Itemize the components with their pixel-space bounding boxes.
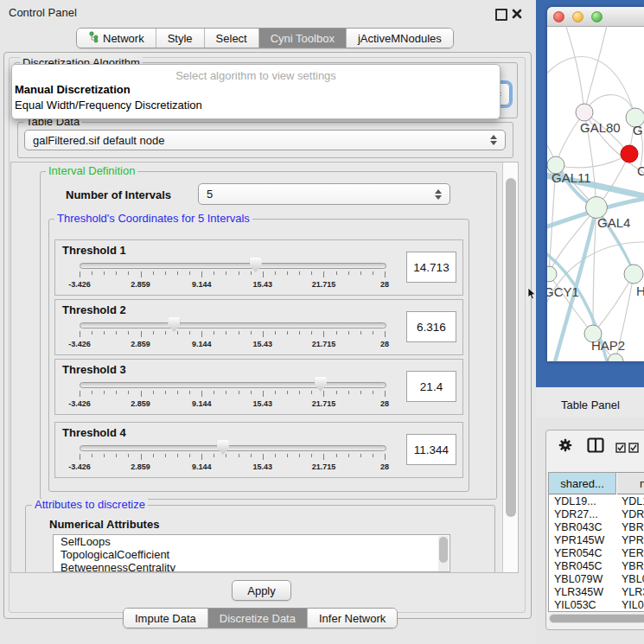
slider-track[interactable] [80,263,386,269]
bottom-tab-discretize-data[interactable]: Discretize Data [207,609,307,628]
apply-button[interactable]: Apply [232,580,291,601]
label-gal80: GAL80 [580,120,621,135]
scrollbar-thumb[interactable] [506,178,516,517]
slider-handle[interactable] [315,377,327,392]
network-window-titlebar[interactable] [547,7,644,27]
combo-stepper-icon [490,135,498,145]
network-graph[interactable]: GAL80 G GAL11 C GAL4 GCY1 H HAP2 [547,26,644,361]
table-row[interactable]: YBR043CYBR0 [549,521,644,534]
threshold-value-field[interactable]: 21.4 [406,371,456,402]
slider-tick [263,391,264,397]
tab-network[interactable]: Network [77,29,156,48]
slider-tick-label: 15.43 [253,399,273,408]
slider-tick [373,454,373,457]
label-gal4: GAL4 [597,215,630,230]
slider-tick [214,271,214,275]
table-row[interactable]: YBL079WYBL0 [549,573,644,586]
slider-tick [189,391,190,394]
slider-handle[interactable] [168,317,180,332]
slider-track[interactable] [80,322,386,328]
slider-tick-label: 28 [380,399,389,408]
node-gcy1 [547,266,557,282]
bottom-tab-impute-data[interactable]: Impute Data [124,609,207,628]
slider-tick [299,271,300,275]
table-panel-header: Table Panel [536,387,644,418]
popup-option-equal-width-frequency-discretization[interactable]: Equal Width/Frequency Discretization [12,98,500,113]
slider-tick [385,271,386,277]
table-row[interactable]: YLR345WYLR3 [549,586,644,599]
cell-shared-name: YBR045C [554,560,603,572]
threshold-value-field[interactable]: 11.344 [406,434,456,465]
minimize-traffic-icon[interactable] [572,11,583,22]
close-traffic-icon[interactable] [553,11,564,22]
table-row[interactable]: YDL19...YDL1 [549,495,644,508]
page-title: Control Panel [9,6,77,19]
threshold-value-field[interactable]: 6.316 [406,311,456,342]
label-gal11: GAL11 [552,170,591,185]
network-view-window[interactable]: GAL80 G GAL11 C GAL4 GCY1 H HAP2 [547,7,644,361]
threshold-value-field[interactable]: 14.713 [406,252,456,283]
table-row[interactable]: YDR27...YDR2 [549,508,644,521]
slider-tick [189,331,190,335]
tab-select[interactable]: Select [204,29,258,48]
attribute-item-selfloops[interactable]: SelfLoops [54,535,450,548]
tab-style[interactable]: Style [156,29,204,48]
table-row[interactable]: YBR045CYBR0 [549,560,644,573]
checkbox-rows-icon[interactable] [628,441,639,456]
slider-handle[interactable] [217,440,229,455]
slider-tick [214,331,214,335]
slider-tick-label: 2.859 [131,280,150,289]
column-header-shared[interactable]: shared... [549,473,616,494]
table-row[interactable]: YER054CYER0 [549,547,644,560]
table-hscrollbar[interactable] [549,614,644,623]
tab-cyni-toolbox[interactable]: Cyni Toolbox [258,29,346,48]
slider-tick [373,331,373,335]
hscrollbar-thumb[interactable] [550,615,644,622]
slider-tick [104,271,105,275]
float-window-icon[interactable] [495,9,507,21]
attribute-item-betweennesscentrality[interactable]: BetweennessCentrality [54,561,450,572]
slider-track[interactable] [80,445,386,451]
num-intervals-combobox[interactable]: 5 [198,183,450,205]
slider-tick [189,454,190,457]
threshold-panel-3: Threshold 3-3.4262.8599.14415.4321.71528… [54,359,463,415]
close-icon[interactable] [511,8,523,20]
threshold-label: Threshold 3 [62,363,126,376]
slider-tick [141,391,142,397]
slider-tick [385,391,386,397]
tab-jactivemnodules[interactable]: jActiveMNodules [346,29,453,48]
split-columns-icon[interactable] [587,437,604,456]
cell-shared-name: YIL053C [554,599,596,611]
attribute-item-topologicalcoefficient[interactable]: TopologicalCoefficient [54,548,450,561]
gear-icon[interactable] [558,437,573,456]
settings-scrollbar[interactable] [502,163,518,572]
zoom-traffic-icon[interactable] [591,11,603,22]
label-partial-c: C [637,163,644,178]
slider-tick [323,331,324,337]
tab-label: Impute Data [135,612,196,625]
slider-tick-label: 9.144 [192,340,212,348]
checkbox-columns-icon[interactable] [615,441,626,456]
table-data-combobox[interactable]: galFiltered.sif default node [24,130,506,150]
slider-tick-label: 2.859 [131,340,150,348]
node-table[interactable]: shared... na YDL19...YDL1YDR27...YDR2YBR… [548,472,644,612]
slider-tick [153,271,154,275]
slider-tick-label: -3.426 [68,399,91,408]
slider-track[interactable] [80,382,386,388]
slider-tick [165,454,166,457]
slider-tick [201,271,202,277]
column-header-name[interactable]: na [617,473,644,494]
table-row[interactable]: YPR145WYPR1 [549,534,644,547]
slider-handle[interactable] [250,258,262,272]
slider-tick [311,454,312,457]
slider-tick [251,331,252,335]
popup-option-manual-discretization[interactable]: Manual Discretization [12,82,500,98]
slider-tick [323,454,324,460]
cell-name: YBR0 [622,521,644,533]
table-row[interactable]: YIL053CYIL0 [549,599,644,612]
numerical-attributes-list[interactable]: SelfLoopsTopologicalCoefficientBetweenne… [53,534,450,572]
list-scrollbar[interactable] [438,536,449,572]
slider-tick-label: 21.715 [312,462,336,471]
bottom-tab-infer-network[interactable]: Infer Network [307,609,397,628]
cell-shared-name: YPR145W [554,534,604,546]
